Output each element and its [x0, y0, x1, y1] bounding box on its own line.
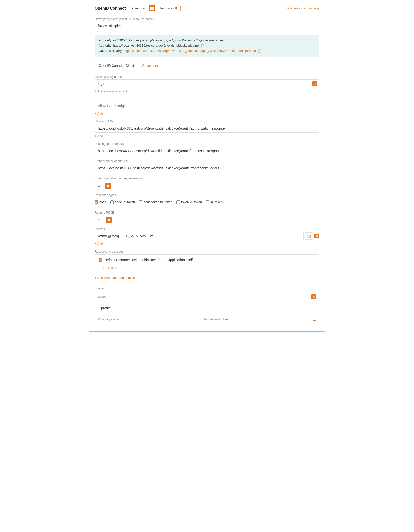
client-resource-toggle[interactable]: Client on Resource off: [129, 5, 181, 11]
redirect-uris-field: Redirect URIs + Add: [95, 120, 319, 138]
scope-box: Scope ✕ Voluntary claims Include in id t…: [95, 292, 319, 324]
secrets-input[interactable]: [95, 232, 304, 240]
require-pkce-toggle-label: Yes: [95, 217, 106, 223]
add-allow-up-party-btn[interactable]: + Add allow up-party ▼: [95, 89, 128, 93]
redirect-uri-input[interactable]: [95, 124, 319, 133]
add-scope-label: + Add Scope: [99, 266, 117, 270]
info-authority-row: Authority: https://localhost:44330/testc…: [99, 43, 315, 48]
require-pkce-field: Require PKCE Yes: [95, 211, 319, 223]
allow-up-party-label: Allow up-party names: [95, 75, 319, 79]
require-pkce-toggle[interactable]: Yes: [95, 217, 112, 223]
require-pkce-toggle-bar: [106, 217, 112, 223]
front-channel-session-field: Front channel logout require session On: [95, 177, 319, 189]
toggle-knob: [150, 7, 154, 10]
checkbox-id-token-label: id_token: [210, 200, 223, 204]
info-oidc-link[interactable]: https://localhost:44330/testcorp/dev2/fo…: [123, 49, 256, 53]
checkbox-id-token[interactable]: id_token: [206, 200, 223, 204]
post-logout-label: Post logout redirect URI: [95, 142, 319, 146]
response-types-checkboxes: code code id_token code token id_token t…: [95, 198, 319, 206]
checkbox-code[interactable]: code: [95, 200, 106, 204]
post-logout-input[interactable]: [95, 147, 319, 155]
info-box: Authority and OIDC Discovery example for…: [95, 35, 319, 57]
checkbox-code-input[interactable]: [95, 200, 98, 204]
toggle-small-bar: [105, 183, 111, 189]
info-title: Authority and OIDC Discovery example for…: [99, 38, 315, 43]
checkbox-token-id-token-input[interactable]: [176, 200, 180, 204]
copy-authority-icon[interactable]: 📋: [201, 43, 205, 48]
down-party-label: Down-party name (client ID / resource na…: [95, 17, 319, 21]
tabs: OpenID Connect Client Claim transform: [95, 62, 319, 70]
add-scope-btn[interactable]: + Add Scope: [99, 266, 117, 270]
scope-box-header: Scope ✕: [95, 292, 319, 301]
front-channel-logout-input[interactable]: [95, 164, 319, 172]
filter-icon-btn[interactable]: ☰: [313, 317, 316, 322]
page-title: OpenID Connect: [95, 6, 126, 11]
response-types-label: Response types: [95, 193, 319, 197]
checkbox-code-token-id-token-input[interactable]: [139, 200, 142, 204]
cors-input[interactable]: [95, 102, 319, 110]
add-resource-scopes-btn[interactable]: + Add Resource and scopes: [95, 276, 135, 280]
secrets-label: Secrets: [95, 227, 319, 231]
scope-col-scope-label: Scope: [98, 295, 106, 298]
info-authority-value: https://localhost:44330/testcorp/dev2/fo…: [113, 44, 199, 47]
checkbox-code-token-id-token[interactable]: code token id_token: [139, 200, 172, 204]
checkbox-token-id-token[interactable]: token id_token: [176, 200, 202, 204]
secrets-field: Secrets 📋 ✕ + Add: [95, 227, 319, 245]
checkbox-code-id-token-label: code id_token: [115, 200, 135, 204]
info-oidc-label: OIDC Discovery:: [99, 49, 123, 53]
allow-up-party-field: Allow up-party names ✕ + Add allow up-pa…: [95, 75, 319, 93]
copy-oidc-icon[interactable]: 📋: [258, 49, 262, 53]
resource-default-label: Default resource 'foxids_oidcpkce' for t…: [104, 258, 193, 262]
vol-claims-label: Voluntary claims: [98, 318, 119, 321]
resource-default-checkbox[interactable]: [99, 258, 102, 262]
allow-up-party-input-row: ✕: [95, 79, 319, 88]
toggle-slider: [149, 5, 155, 11]
header: OpenID Connect Client on Resource off Hi…: [95, 5, 319, 11]
add-resource-scopes-label: + Add Resource and scopes: [95, 276, 135, 280]
cors-field: + Add: [95, 102, 319, 115]
toggle-resource-btn[interactable]: Resource off: [155, 5, 180, 11]
toggle-client-btn[interactable]: Client on: [129, 5, 148, 11]
scope-input[interactable]: [98, 304, 316, 312]
vol-claims-row: Voluntary claims Include in id token ☰: [95, 315, 319, 324]
front-channel-session-toggle[interactable]: On: [95, 183, 111, 189]
resource-scopes-label: Resource and scopes: [95, 250, 319, 253]
add-secret-btn[interactable]: + Add: [95, 242, 103, 245]
checkbox-code-token-id-token-label: code token id_token: [144, 200, 172, 204]
down-party-field: Down-party name (client ID / resource na…: [95, 17, 319, 30]
require-pkce-toggle-knob: [108, 219, 110, 221]
info-authority-label: Authority:: [99, 44, 112, 47]
front-channel-logout-field: Front channel logout URI: [95, 159, 319, 172]
remove-scope-btn[interactable]: ✕: [311, 294, 316, 299]
toggle-small-knob: [107, 185, 109, 187]
remove-up-party-btn[interactable]: ✕: [312, 81, 317, 86]
tab-oidc-client[interactable]: OpenID Connect Client: [95, 62, 138, 70]
copy-secret-btn[interactable]: 📋: [305, 232, 313, 240]
info-oidc-row: OIDC Discovery: https://localhost:44330/…: [99, 48, 315, 54]
checkbox-code-id-token-input[interactable]: [110, 200, 114, 204]
front-channel-session-label: Front channel logout require session: [95, 177, 319, 180]
resource-scopes-field: Resource and scopes Default resource 'fo…: [95, 250, 319, 282]
down-party-input[interactable]: [95, 22, 319, 30]
add-cors-btn[interactable]: + Add: [95, 112, 103, 115]
scope-body: [95, 301, 319, 315]
post-logout-field: Post logout redirect URI: [95, 142, 319, 155]
scopes-header: Scopes: [95, 287, 319, 290]
hide-advanced-button[interactable]: Hide advanced settings: [286, 6, 319, 10]
include-id-token-label: Include in id token: [204, 318, 228, 321]
resource-box: Default resource 'foxids_oidcpkce' for t…: [95, 254, 319, 273]
checkbox-id-token-input[interactable]: [206, 200, 209, 204]
checkbox-code-label: code: [99, 200, 106, 204]
resource-default-row: Default resource 'foxids_oidcpkce' for t…: [99, 258, 315, 262]
allow-up-party-input[interactable]: [95, 79, 319, 88]
add-cors-label: + Add: [95, 112, 103, 115]
secrets-input-row: 📋 ✕: [95, 232, 319, 240]
checkbox-token-id-token-label: token id_token: [181, 200, 202, 204]
checkbox-code-id-token[interactable]: code id_token: [110, 200, 135, 204]
tab-claim-transform[interactable]: Claim transform: [138, 62, 170, 70]
page-container: OpenID Connect Client on Resource off Hi…: [89, 0, 325, 332]
remove-secret-btn[interactable]: ✕: [314, 234, 319, 238]
response-types-field: Response types code code id_token code t…: [95, 193, 319, 206]
add-secret-label: + Add: [95, 242, 103, 245]
add-redirect-uri-btn[interactable]: + Add: [95, 134, 103, 138]
